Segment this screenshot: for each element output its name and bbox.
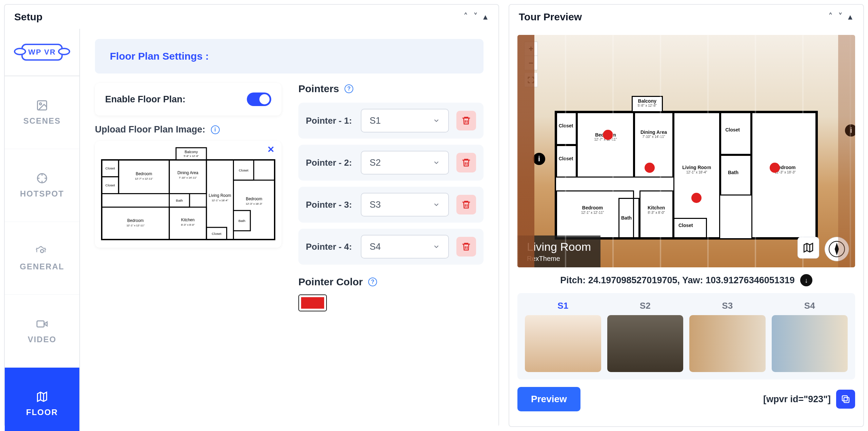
svg-text:Bedroom: Bedroom bbox=[127, 218, 143, 223]
pointer-color-label: Pointer Color bbox=[298, 276, 363, 288]
upload-label: Upload Floor Plan Image: bbox=[95, 124, 205, 135]
nav-general[interactable]: GENERAL bbox=[5, 222, 79, 295]
scene-thumb-label: S3 bbox=[722, 301, 733, 311]
delete-pointer-button[interactable] bbox=[456, 153, 476, 172]
floor-pointer[interactable] bbox=[691, 193, 702, 203]
chevron-down-icon[interactable]: ˅ bbox=[472, 10, 479, 23]
panorama-viewer[interactable]: + − i i Balcony5'-8" x 12'-8" Closet Clo… bbox=[517, 35, 855, 267]
setup-title: Setup bbox=[14, 11, 42, 23]
scene-thumb-image bbox=[607, 315, 684, 372]
svg-text:12'-1" x 18'-4": 12'-1" x 18'-4" bbox=[212, 199, 228, 202]
delete-pointer-button[interactable] bbox=[456, 237, 476, 256]
pointer-select[interactable]: S3 bbox=[361, 193, 449, 217]
enable-label: Enable Floor Plan: bbox=[105, 94, 185, 105]
svg-text:Living Room: Living Room bbox=[209, 193, 231, 198]
scene-thumb[interactable]: S3 bbox=[689, 301, 766, 372]
floor-plan-svg: Balcony 5'-8" x 12'-8" Closet Closet Bed… bbox=[100, 146, 276, 241]
pointer-label: Pointer - 3: bbox=[306, 199, 353, 210]
scene-thumb-label: S4 bbox=[804, 301, 815, 311]
pointer-select[interactable]: S1 bbox=[361, 109, 449, 132]
pointer-select-value: S2 bbox=[370, 158, 381, 168]
nav-video[interactable]: VIDEO bbox=[5, 295, 79, 368]
pointer-select-value: S3 bbox=[370, 200, 381, 210]
info-icon[interactable]: i bbox=[211, 125, 220, 134]
floor-pointer[interactable] bbox=[770, 163, 780, 173]
svg-rect-4 bbox=[37, 321, 44, 327]
pointer-label: Pointer - 4: bbox=[306, 241, 353, 252]
floor-pointer[interactable] bbox=[603, 130, 613, 140]
preview-title: Tour Preview bbox=[519, 11, 582, 23]
copy-shortcode-button[interactable] bbox=[836, 390, 855, 409]
video-icon bbox=[36, 318, 48, 330]
scene-thumb-label: S2 bbox=[640, 301, 651, 311]
chevron-up-icon[interactable]: ˄ bbox=[827, 10, 834, 23]
svg-rect-40 bbox=[844, 397, 849, 403]
svg-text:12'-1" x 12'-11": 12'-1" x 12'-11" bbox=[126, 224, 145, 227]
nav-general-label: GENERAL bbox=[20, 262, 64, 271]
svg-text:Bath: Bath bbox=[238, 219, 245, 223]
pointer-row: Pointer - 1: S1 bbox=[298, 103, 484, 139]
pointer-select[interactable]: S4 bbox=[361, 235, 449, 259]
info-icon[interactable]: ? bbox=[344, 84, 353, 93]
svg-text:Closet: Closet bbox=[105, 166, 115, 170]
svg-point-1 bbox=[40, 103, 42, 105]
map-toggle-button[interactable] bbox=[797, 237, 819, 259]
setup-header: Setup ˄ ˅ ▴ bbox=[5, 5, 498, 29]
gear-icon bbox=[36, 245, 48, 257]
pointer-select-value: S4 bbox=[370, 242, 381, 252]
fullscreen-button[interactable] bbox=[524, 73, 538, 87]
info-icon[interactable]: ? bbox=[368, 278, 377, 286]
svg-text:Closet: Closet bbox=[239, 168, 248, 172]
zoom-out-button[interactable]: − bbox=[524, 56, 538, 70]
logo: WP VR bbox=[5, 29, 79, 76]
preview-button[interactable]: Preview bbox=[517, 387, 580, 411]
scene-caption: Living Room RexTheme bbox=[517, 235, 600, 267]
section-title: Floor Plan Settings : bbox=[95, 39, 484, 74]
side-nav: WP VR SCENES HOTSPOT GENERAL VIDEO FLOOR bbox=[5, 29, 80, 431]
floor-plan-overlay: Balcony5'-8" x 12'-8" Closet Closet Bedr… bbox=[555, 111, 818, 240]
svg-text:7'-10" x 14'-11": 7'-10" x 14'-11" bbox=[179, 176, 197, 179]
pointer-color-swatch[interactable] bbox=[298, 294, 327, 311]
enable-toggle[interactable] bbox=[247, 93, 271, 106]
remove-image-icon[interactable]: ✕ bbox=[267, 144, 275, 155]
hotspot-info-icon[interactable]: i bbox=[845, 124, 855, 137]
floor-settings-content: Floor Plan Settings : Enable Floor Plan:… bbox=[80, 29, 498, 431]
nav-hotspot[interactable]: HOTSPOT bbox=[5, 149, 79, 222]
pointer-row: Pointer - 4: S4 bbox=[298, 229, 484, 265]
svg-text:Bedroom: Bedroom bbox=[136, 171, 152, 176]
pointer-row: Pointer - 3: S3 bbox=[298, 187, 484, 223]
svg-point-3 bbox=[41, 250, 44, 253]
nav-floor[interactable]: FLOOR bbox=[5, 368, 79, 431]
zoom-in-button[interactable]: + bbox=[524, 42, 538, 56]
hotspot-info-icon[interactable]: i bbox=[533, 153, 545, 165]
svg-text:12'-7" x 12'-11": 12'-7" x 12'-11" bbox=[135, 177, 153, 180]
chevron-up-icon[interactable]: ˄ bbox=[462, 10, 469, 23]
triangle-up-icon[interactable]: ▴ bbox=[482, 10, 489, 23]
pointer-select[interactable]: S2 bbox=[361, 151, 449, 175]
scene-title: Living Room bbox=[527, 240, 591, 253]
scene-thumb[interactable]: S4 bbox=[772, 301, 848, 372]
scene-author: RexTheme bbox=[527, 255, 591, 263]
compass-icon[interactable] bbox=[825, 237, 849, 261]
enable-card: Enable Floor Plan: bbox=[95, 83, 281, 116]
chevron-down-icon[interactable]: ˅ bbox=[837, 10, 844, 23]
delete-pointer-button[interactable] bbox=[456, 195, 476, 214]
pitch-yaw-readout: Pitch: 24.197098527019705, Yaw: 103.9127… bbox=[517, 274, 855, 286]
floor-pointer[interactable] bbox=[645, 163, 655, 173]
arrow-down-icon[interactable]: ↓ bbox=[800, 274, 812, 286]
nav-scenes[interactable]: SCENES bbox=[5, 76, 79, 149]
delete-pointer-button[interactable] bbox=[456, 111, 476, 130]
svg-text:Dining Area: Dining Area bbox=[177, 170, 198, 175]
scene-thumb-label: S1 bbox=[557, 301, 568, 311]
svg-point-39 bbox=[829, 241, 845, 257]
triangle-up-icon[interactable]: ▴ bbox=[847, 10, 854, 23]
pointers-title: Pointers bbox=[298, 83, 339, 95]
shortcode-text: [wpvr id="923"] bbox=[763, 394, 831, 405]
scene-thumb-image bbox=[772, 315, 848, 372]
pointer-select-value: S1 bbox=[370, 116, 381, 126]
pointer-row: Pointer - 2: S2 bbox=[298, 145, 484, 181]
scene-thumb[interactable]: S1 bbox=[525, 301, 601, 372]
chevron-down-icon bbox=[433, 117, 440, 124]
scene-thumb[interactable]: S2 bbox=[607, 301, 684, 372]
svg-text:Balcony: Balcony bbox=[185, 150, 198, 154]
